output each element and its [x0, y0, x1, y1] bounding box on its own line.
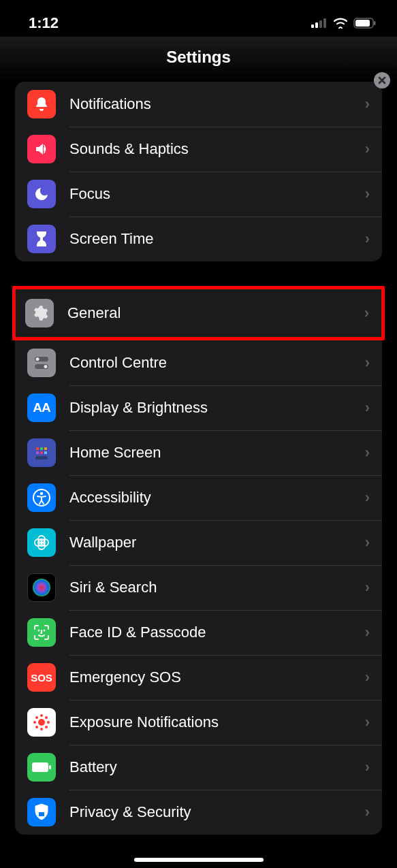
status-icons: [311, 18, 377, 29]
chevron-icon: ›: [365, 803, 382, 821]
row-label: Accessibility: [69, 489, 365, 507]
row-exposure-notifications[interactable]: Exposure Notifications ›: [15, 700, 382, 745]
svg-point-8: [36, 357, 39, 361]
svg-point-25: [33, 579, 50, 596]
row-label: Wallpaper: [69, 534, 365, 551]
row-label: Control Centre: [69, 354, 365, 372]
svg-rect-2: [319, 20, 322, 28]
svg-point-33: [35, 716, 38, 719]
svg-point-31: [33, 721, 36, 724]
chevron-icon: ›: [365, 444, 382, 462]
chevron-icon: ›: [365, 185, 382, 203]
status-time: 1:12: [29, 14, 59, 32]
row-label: Notifications: [69, 95, 365, 113]
row-label: Privacy & Security: [69, 803, 365, 821]
focus-icon: [27, 180, 56, 208]
svg-rect-0: [311, 25, 314, 28]
svg-rect-5: [355, 20, 370, 27]
general-icon: [25, 299, 54, 327]
row-display-brightness[interactable]: AA Display & Brightness ›: [15, 385, 382, 430]
row-sounds-haptics[interactable]: Sounds & Haptics ›: [15, 127, 382, 172]
row-label: Exposure Notifications: [69, 713, 365, 731]
row-emergency-sos[interactable]: SOS Emergency SOS ›: [15, 655, 382, 700]
chevron-icon: ›: [364, 304, 381, 322]
svg-rect-16: [44, 451, 47, 454]
chevron-icon: ›: [365, 489, 382, 507]
accessibility-icon: [27, 483, 56, 512]
row-general[interactable]: General ›: [16, 289, 381, 337]
svg-point-27: [44, 630, 45, 631]
battery-row-icon: [27, 753, 56, 782]
chevron-icon: ›: [365, 140, 382, 158]
svg-rect-12: [40, 447, 43, 450]
settings-group-1: Notifications › Sounds & Haptics › Focus…: [15, 82, 382, 261]
svg-point-32: [47, 721, 50, 724]
svg-rect-39: [39, 811, 44, 812]
row-privacy-security[interactable]: Privacy & Security ›: [15, 790, 382, 835]
home-indicator[interactable]: [134, 858, 264, 862]
signal-icon: [311, 18, 328, 28]
control-centre-icon: [27, 349, 56, 377]
chevron-icon: ›: [365, 354, 382, 372]
row-label: Sounds & Haptics: [69, 140, 365, 158]
row-siri-search[interactable]: Siri & Search ›: [15, 565, 382, 610]
svg-rect-3: [323, 18, 326, 28]
svg-point-28: [38, 719, 45, 726]
chevron-icon: ›: [365, 399, 382, 417]
svg-rect-38: [49, 765, 51, 769]
notifications-icon: [27, 90, 56, 118]
row-focus[interactable]: Focus ›: [15, 172, 382, 216]
face-id-icon: [27, 618, 56, 647]
row-label: Emergency SOS: [69, 669, 365, 686]
highlight-annotation: General ›: [12, 286, 385, 340]
svg-rect-1: [315, 22, 318, 28]
svg-rect-17: [35, 456, 48, 460]
svg-point-19: [40, 492, 43, 495]
close-icon: [378, 76, 386, 84]
row-battery[interactable]: Battery ›: [15, 745, 382, 790]
row-label: Face ID & Passcode: [69, 624, 365, 641]
svg-point-36: [45, 726, 48, 728]
privacy-icon: [27, 798, 56, 826]
row-label: Screen Time: [69, 230, 365, 248]
row-face-id-passcode[interactable]: Face ID & Passcode ›: [15, 610, 382, 655]
chevron-icon: ›: [365, 95, 382, 113]
svg-point-26: [39, 630, 39, 631]
svg-rect-15: [40, 451, 43, 454]
svg-point-30: [40, 728, 43, 730]
chevron-icon: ›: [365, 624, 382, 641]
display-icon: AA: [27, 393, 56, 422]
home-screen-icon: [27, 438, 56, 467]
sos-icon: SOS: [27, 663, 56, 692]
svg-rect-14: [36, 451, 39, 454]
svg-rect-6: [374, 21, 376, 25]
battery-icon: [353, 18, 377, 29]
row-wallpaper[interactable]: Wallpaper ›: [15, 520, 382, 565]
chevron-icon: ›: [365, 669, 382, 686]
svg-point-29: [40, 714, 43, 717]
chevron-icon: ›: [365, 230, 382, 248]
svg-point-10: [44, 365, 48, 368]
svg-rect-37: [32, 762, 48, 772]
row-label: Siri & Search: [69, 579, 365, 596]
row-label: Home Screen: [69, 444, 365, 462]
exposure-icon: [27, 708, 56, 737]
chevron-icon: ›: [365, 579, 382, 596]
wallpaper-icon: [27, 528, 56, 557]
row-screen-time[interactable]: Screen Time ›: [15, 216, 382, 261]
close-button[interactable]: [374, 72, 390, 89]
chevron-icon: ›: [365, 534, 382, 551]
wifi-icon: [333, 18, 348, 29]
row-notifications[interactable]: Notifications ›: [15, 82, 382, 127]
row-control-centre[interactable]: Control Centre ›: [15, 340, 382, 385]
screen-time-icon: [27, 225, 56, 253]
svg-point-34: [45, 716, 48, 719]
row-accessibility[interactable]: Accessibility ›: [15, 475, 382, 520]
row-home-screen[interactable]: Home Screen ›: [15, 430, 382, 475]
settings-group-2: Control Centre › AA Display & Brightness…: [15, 340, 382, 835]
row-label: Focus: [69, 185, 365, 203]
svg-point-35: [35, 726, 38, 728]
row-label: Battery: [69, 758, 365, 776]
status-bar: 1:12: [0, 0, 397, 37]
sounds-icon: [27, 135, 56, 163]
